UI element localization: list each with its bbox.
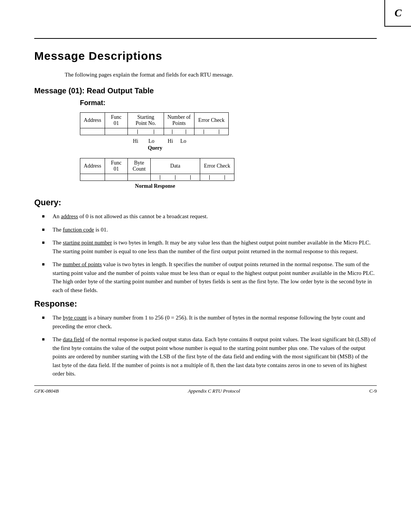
query-section-title: Query: <box>34 198 377 208</box>
hilo-row: Hi Lo Hi Lo <box>80 137 377 145</box>
top-rule <box>34 38 377 39</box>
query-bullet-4-text: The number of points value is two bytes … <box>53 260 377 294</box>
response-bullet-1: ■ The byte count is a binary number from… <box>42 313 377 331</box>
response-table-header-row: Address Func01 ByteCount Data Error Chec… <box>80 158 234 174</box>
tick-func-r <box>105 174 128 181</box>
bullet-icon-r2: ■ <box>42 336 49 343</box>
format-label: Format: <box>80 99 377 107</box>
corner-tab: C <box>384 0 411 27</box>
response-bullet-list: ■ The byte count is a binary number from… <box>42 313 377 378</box>
col-errorcheck-q: Error Check <box>194 113 229 128</box>
response-table: Address Func01 ByteCount Data Error Chec… <box>80 158 234 181</box>
lo-label-1: Lo <box>148 138 155 144</box>
query-bullet-3-text: The starting point number is two bytes i… <box>53 238 377 256</box>
footer: GFK-0804B Appendix C RTU Protocol C-9 <box>34 385 377 394</box>
byte-count-term: byte count <box>63 315 87 321</box>
query-bullet-2-text: The function code is 01. <box>53 225 377 234</box>
query-bullet-3: ■ The starting point number is two bytes… <box>42 238 377 256</box>
bullet-icon-4: ■ <box>42 261 49 268</box>
footer-center: Appendix C RTU Protocol <box>188 388 240 394</box>
query-table-container: Address Func01 StartingPoint No. Number … <box>80 112 377 135</box>
function-code-term: function code <box>63 227 94 233</box>
normal-response-text: Normal Response <box>135 183 175 189</box>
tick-numpoints <box>164 128 194 135</box>
query-label-text: Query <box>148 145 162 151</box>
hi-label-2: Hi <box>168 138 173 144</box>
lo-label-2: Lo <box>180 138 186 144</box>
query-table-header-row: Address Func01 StartingPoint No. Number … <box>80 113 229 128</box>
tick-address-r <box>80 174 105 181</box>
response-section-title: Response: <box>34 299 377 309</box>
col-func-r: Func01 <box>105 158 128 174</box>
query-bullet-list: ■ An address of 0 is not allowed as this… <box>42 212 377 294</box>
query-table: Address Func01 StartingPoint No. Number … <box>80 112 229 135</box>
query-bullet-4: ■ The number of points value is two byte… <box>42 260 377 294</box>
col-address-q: Address <box>80 113 105 128</box>
normal-response-label: Normal Response <box>80 183 230 189</box>
page: C Message Descriptions The following pag… <box>0 0 411 406</box>
tick-func-q <box>105 128 128 135</box>
col-starting: StartingPoint No. <box>128 113 164 128</box>
response-table-tick-row <box>80 174 234 181</box>
number-of-points-term: number of points <box>63 261 102 267</box>
query-bullet-1-text: An address of 0 is not allowed as this c… <box>53 212 377 221</box>
tick-errorcheck-q <box>194 128 229 135</box>
footer-right: C-9 <box>370 388 377 394</box>
query-table-label: Query <box>80 145 230 151</box>
col-errorcheck-r: Error Check <box>200 158 234 174</box>
col-data: Data <box>151 158 200 174</box>
address-term: address <box>61 213 78 219</box>
query-table-tick-row <box>80 128 229 135</box>
footer-left: GFK-0804B <box>34 388 59 394</box>
data-field-term: data field <box>63 336 84 342</box>
tick-errorcheck-r <box>200 174 234 181</box>
message-section-title: Message (01): Read Output Table <box>34 86 377 95</box>
bullet-icon-2: ■ <box>42 226 49 233</box>
query-bullet-2: ■ The function code is 01. <box>42 225 377 234</box>
col-bytecount: ByteCount <box>128 158 151 174</box>
tick-data <box>151 174 200 181</box>
response-table-container: Address Func01 ByteCount Data Error Chec… <box>80 158 377 181</box>
bullet-icon-3: ■ <box>42 239 49 246</box>
col-func-q: Func01 <box>105 113 128 128</box>
col-address-r: Address <box>80 158 105 174</box>
response-bullet-2: ■ The data field of the normal response … <box>42 335 377 378</box>
tick-address-q <box>80 128 105 135</box>
col-numpoints: Number ofPoints <box>164 113 194 128</box>
page-title: Message Descriptions <box>34 50 377 62</box>
query-bullet-1: ■ An address of 0 is not allowed as this… <box>42 212 377 221</box>
starting-point-number-term: starting point number <box>63 240 112 246</box>
hi-label-1: Hi <box>133 138 138 144</box>
tick-bytecount <box>128 174 151 181</box>
tick-starting <box>128 128 164 135</box>
corner-tab-letter: C <box>395 7 402 19</box>
response-bullet-1-text: The byte count is a binary number from 1… <box>53 313 377 331</box>
intro-text: The following pages explain the format a… <box>65 72 377 78</box>
bullet-icon-r1: ■ <box>42 314 49 321</box>
response-bullet-2-text: The data field of the normal response is… <box>53 335 377 378</box>
bullet-icon-1: ■ <box>42 213 49 220</box>
